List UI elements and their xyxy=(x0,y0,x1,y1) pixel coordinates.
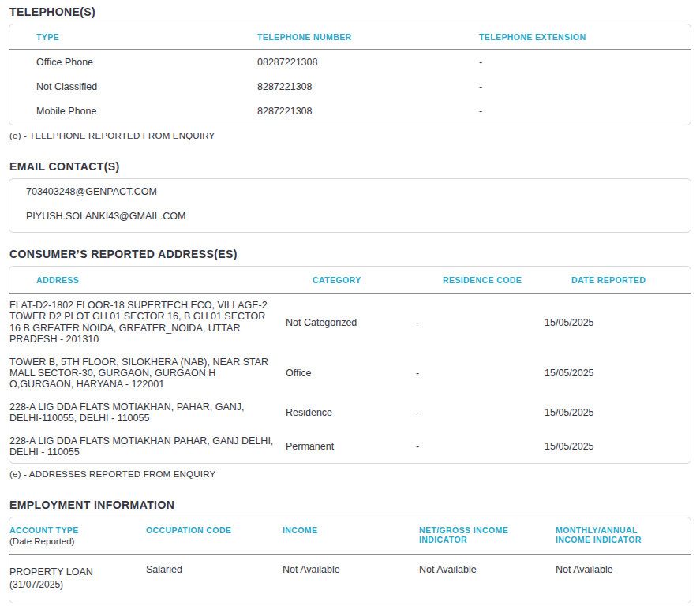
list-item: 703403248@GENPACT.COM xyxy=(9,179,691,204)
employment-table: ACCOUNT TYPE (Date Reported) OCCUPATION … xyxy=(9,517,691,603)
table-row: Not Classified 8287221308 - xyxy=(9,74,691,99)
employment-net-gross-indicator: Not Available xyxy=(419,564,556,575)
telephone-type: Not Classified xyxy=(36,81,257,92)
employment-income: Not Available xyxy=(283,564,419,575)
column-header-account-type-label: ACCOUNT TYPE xyxy=(9,525,79,535)
employment-date-reported: (31/07/2025) xyxy=(9,579,146,590)
address-residence-code: - xyxy=(416,368,545,379)
table-row: FLAT-D2-1802 FLOOR-18 SUPERTECH ECO, VIL… xyxy=(9,294,691,351)
telephones-table-header: TYPE TELEPHONE NUMBER TELEPHONE EXTENSIO… xyxy=(9,24,691,50)
table-row: TOWER B, 5TH FLOOR, SILOKHERA (NAB), NEA… xyxy=(9,351,691,396)
email-address: 703403248@GENPACT.COM xyxy=(26,186,157,197)
telephone-extension: - xyxy=(479,106,691,117)
telephone-type: Mobile Phone xyxy=(36,106,257,117)
employment-monthly-annual-indicator: Not Available xyxy=(556,564,691,575)
column-header-occupation-code: OCCUPATION CODE xyxy=(146,525,283,535)
address-date-reported: 15/05/2025 xyxy=(545,368,691,379)
table-row: Mobile Phone 8287221308 - xyxy=(9,99,691,123)
table-row: 228-A LIG DDA FLATS MOTIAKHAN, PAHAR, GA… xyxy=(9,396,691,430)
table-row: PROPERTY LOAN (31/07/2025) Salaried Not … xyxy=(9,555,691,603)
telephones-section-title: TELEPHONE(S) xyxy=(9,6,691,18)
column-header-account-type-sublabel: (Date Reported) xyxy=(9,536,127,547)
column-header-telephone-number: TELEPHONE NUMBER xyxy=(257,32,479,42)
address-date-reported: 15/05/2025 xyxy=(545,407,691,418)
employment-table-header: ACCOUNT TYPE (Date Reported) OCCUPATION … xyxy=(9,517,691,555)
address-text: 228-A LIG DDA FLATS MOTIAKHAN, PAHAR, GA… xyxy=(9,402,286,424)
telephone-number: 8287221308 xyxy=(257,81,479,92)
address-category: Office xyxy=(286,368,416,379)
address-date-reported: 15/05/2025 xyxy=(545,441,691,452)
emails-list: 703403248@GENPACT.COM PIYUSH.SOLANKI43@G… xyxy=(9,178,691,233)
telephone-type: Office Phone xyxy=(36,57,257,68)
email-address: PIYUSH.SOLANKI43@GMAIL.COM xyxy=(26,211,185,222)
employment-section-title: EMPLOYMENT INFORMATION xyxy=(9,499,691,511)
column-header-account-type: ACCOUNT TYPE (Date Reported) xyxy=(9,525,146,547)
telephone-extension: - xyxy=(479,57,691,68)
column-header-address: ADDRESS xyxy=(36,275,313,285)
column-header-income: INCOME xyxy=(283,525,419,535)
credit-report-contact-page: TELEPHONE(S) TYPE TELEPHONE NUMBER TELEP… xyxy=(0,0,700,603)
address-residence-code: - xyxy=(416,441,545,452)
column-header-type: TYPE xyxy=(36,32,257,42)
address-residence-code: - xyxy=(416,317,545,328)
addresses-table-header: ADDRESS CATEGORY RESIDENCE CODE DATE REP… xyxy=(9,267,691,294)
column-header-net-gross-income-indicator: NET/GROSS INCOME INDICATOR xyxy=(419,525,556,544)
telephone-number: 08287221308 xyxy=(257,57,479,68)
telephone-extension: - xyxy=(479,81,691,92)
table-row: Office Phone 08287221308 - xyxy=(9,50,691,74)
address-date-reported: 15/05/2025 xyxy=(545,317,691,328)
addresses-footnote: (e) - ADDRESSES REPORTED FROM ENQUIRY xyxy=(9,469,691,479)
employment-account-type-name: PROPERTY LOAN xyxy=(9,566,93,577)
telephones-table: TYPE TELEPHONE NUMBER TELEPHONE EXTENSIO… xyxy=(9,24,691,125)
column-header-category: CATEGORY xyxy=(313,275,443,285)
address-category: Permanent xyxy=(286,441,416,452)
address-text: TOWER B, 5TH FLOOR, SILOKHERA (NAB), NEA… xyxy=(9,357,286,390)
employment-occupation-code: Salaried xyxy=(146,564,283,575)
employment-account-type: PROPERTY LOAN (31/07/2025) xyxy=(9,564,146,590)
addresses-table: ADDRESS CATEGORY RESIDENCE CODE DATE REP… xyxy=(9,266,691,464)
address-text: FLAT-D2-1802 FLOOR-18 SUPERTECH ECO, VIL… xyxy=(9,300,286,346)
address-text: 228-A LIG DDA FLATS MOTIAKHAN PAHAR, GAN… xyxy=(9,435,286,458)
emails-section-title: EMAIL CONTACT(S) xyxy=(9,160,691,173)
address-category: Not Categorized xyxy=(286,317,416,328)
list-item: PIYUSH.SOLANKI43@GMAIL.COM xyxy=(9,204,691,228)
telephone-number: 8287221308 xyxy=(257,106,479,117)
column-header-residence-code: RESIDENCE CODE xyxy=(443,275,571,285)
address-residence-code: - xyxy=(416,407,545,418)
column-header-telephone-extension: TELEPHONE EXTENSION xyxy=(479,32,691,42)
column-header-date-reported: DATE REPORTED xyxy=(571,275,691,285)
addresses-section-title: CONSUMER’S REPORTED ADDRESS(ES) xyxy=(9,248,691,260)
table-row: 228-A LIG DDA FLATS MOTIAKHAN PAHAR, GAN… xyxy=(9,430,691,464)
column-header-monthly-annual-income-indicator: MONTHLY/ANNUAL INCOME INDICATOR xyxy=(556,525,691,544)
address-category: Residence xyxy=(286,407,416,418)
telephones-footnote: (e) - TELEPHONE REPORTED FROM ENQUIRY xyxy=(9,131,691,140)
